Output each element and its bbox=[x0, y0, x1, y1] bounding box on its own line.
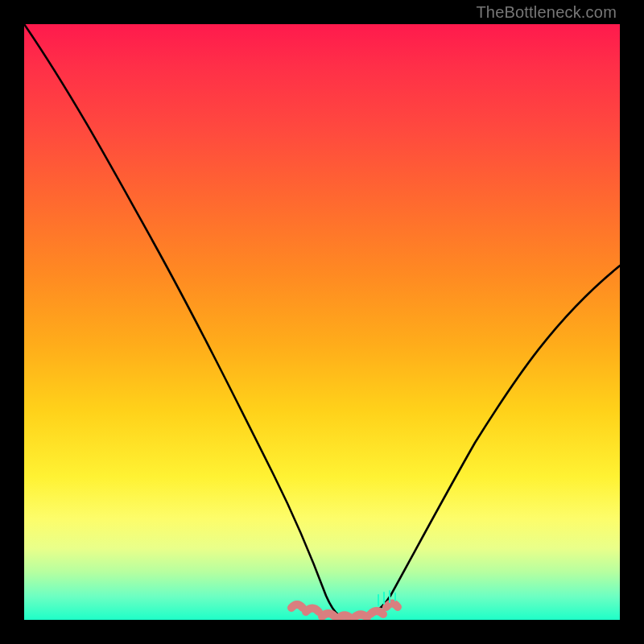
curve-overlay bbox=[24, 24, 620, 620]
chart-frame: TheBottleneck.com bbox=[0, 0, 644, 644]
bottleneck-curve bbox=[24, 24, 620, 618]
plot-area bbox=[24, 24, 620, 620]
watermark-text: TheBottleneck.com bbox=[476, 3, 617, 22]
